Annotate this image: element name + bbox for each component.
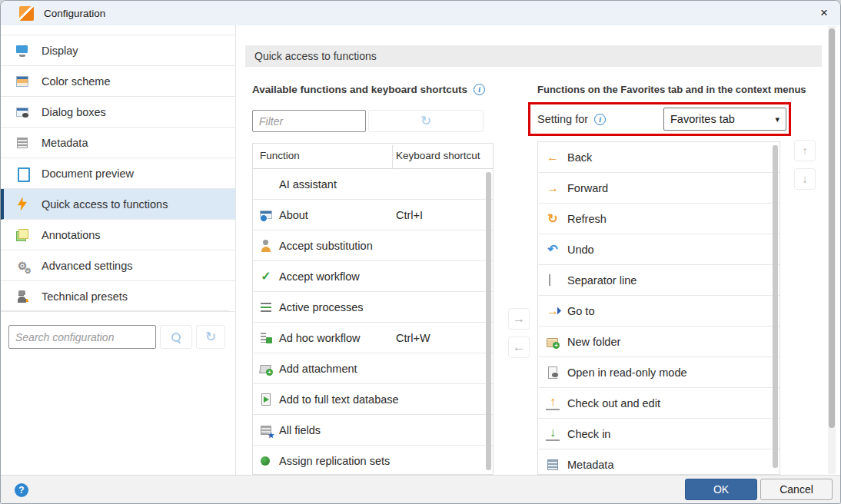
remove-from-favorites-button[interactable]: ← [508, 337, 530, 358]
arrow-up-icon: ↑ [803, 144, 808, 157]
sidebar-item[interactable]: Display [1, 35, 235, 66]
favorite-item[interactable]: Separator line [538, 265, 780, 296]
function-row[interactable]: Ad hoc workflow Ctrl+W [253, 323, 493, 353]
accept-workflow-icon: ✓ [259, 270, 273, 284]
function-row[interactable]: All fields [253, 415, 493, 446]
sidebar-item[interactable]: ⚙ Advanced settings [1, 250, 235, 281]
function-row[interactable]: ✓ Accept workflow [253, 261, 493, 292]
sidebar-item[interactable]: Metadata [1, 128, 235, 158]
color-scheme-icon [15, 75, 29, 88]
sidebar: Display Color scheme Dialog boxes Metada… [1, 25, 236, 475]
move-up-button[interactable]: ↑ [794, 140, 816, 161]
sidebar-item[interactable]: Dialog boxes [1, 97, 235, 128]
add-fulltext-icon [259, 393, 273, 406]
arrow-right-icon: → [513, 312, 525, 326]
info-icon[interactable]: i [594, 114, 606, 125]
search-icon [171, 332, 181, 343]
no-icon [259, 177, 273, 191]
separator-icon [546, 274, 560, 287]
column-header-shortcut[interactable]: Keyboard shortcut [396, 150, 480, 161]
titlebar: Configuration × [1, 1, 840, 25]
function-row[interactable]: About Ctrl+I [253, 200, 493, 230]
favorite-item[interactable]: ↻ Refresh [538, 204, 780, 234]
sidebar-item[interactable]: Document preview [1, 158, 235, 189]
display-icon [15, 44, 29, 58]
all-fields-icon [259, 423, 273, 437]
favorite-item[interactable]: Open in read-only mode [538, 357, 780, 388]
setting-for-dropdown[interactable]: Favorites tab ▾ [663, 108, 786, 131]
favorites-heading: Functions on the Favorites tab and in th… [537, 81, 806, 98]
search-button[interactable] [160, 325, 192, 349]
annotations-icon [15, 228, 29, 242]
advanced-settings-icon: ⚙ [15, 259, 29, 273]
window-scrollbar-thumb[interactable] [829, 28, 835, 428]
ok-button[interactable]: OK [685, 479, 757, 500]
favorite-item[interactable]: → Go to [538, 296, 780, 327]
filter-reset-button[interactable]: ↻ [368, 110, 484, 132]
available-functions-heading: Available functions and keyboard shortcu… [252, 81, 485, 98]
move-down-button[interactable]: ↓ [794, 168, 816, 190]
section-header: Quick access to functions [245, 45, 822, 67]
goto-icon: → [546, 304, 560, 318]
check-in-icon: ↓ [546, 427, 560, 441]
favorite-item[interactable]: ↶ Undo [538, 234, 780, 265]
favorite-item[interactable]: ← Back [538, 142, 780, 173]
chevron-down-icon: ▾ [775, 114, 780, 124]
dropdown-value: Favorites tab [670, 113, 735, 125]
sidebar-item[interactable]: Technical presets [1, 281, 235, 312]
function-row[interactable]: Add to full text database [253, 384, 493, 415]
main-panel: Quick access to functions Available func… [237, 25, 841, 475]
favorite-item[interactable]: ↑ Check out and edit [538, 388, 780, 419]
back-icon: ← [546, 151, 560, 164]
setting-for-label: Setting for [537, 113, 588, 125]
active-processes-icon [259, 300, 273, 314]
forward-icon: → [546, 181, 560, 195]
window-title: Configuration [44, 8, 105, 19]
function-row[interactable]: Assign replication sets [253, 446, 493, 475]
function-row[interactable]: AI assistant [253, 169, 493, 200]
configuration-dialog: Configuration × Display Color scheme Dia… [0, 0, 841, 504]
function-row[interactable]: Add attachment [253, 353, 493, 384]
function-row[interactable]: Active processes [253, 292, 493, 323]
favorites-scrollbar[interactable] [773, 145, 778, 468]
setting-for-row: Setting for i Favorites tab ▾ [530, 104, 789, 134]
add-to-favorites-button[interactable]: → [508, 308, 530, 330]
favorite-item[interactable]: ↓ Check in [538, 419, 780, 449]
sidebar-item[interactable]: Color scheme [1, 66, 235, 97]
dialog-boxes-icon [15, 105, 29, 119]
arrow-left-icon: ← [513, 340, 525, 354]
favorite-item[interactable]: → Forward [538, 173, 780, 204]
sidebar-search: ↻ [1, 310, 229, 349]
favorite-item[interactable]: New folder [538, 327, 780, 357]
filter-input[interactable] [252, 110, 366, 132]
cancel-button[interactable]: Cancel [760, 479, 833, 500]
function-row[interactable]: Accept substitution [253, 230, 493, 261]
help-button[interactable]: ? [15, 483, 28, 497]
sidebar-item[interactable]: Quick access to functions [1, 189, 235, 220]
footer: ? OK Cancel [1, 475, 840, 504]
functions-scrollbar[interactable] [486, 172, 491, 470]
reset-icon: ↻ [420, 114, 431, 128]
read-only-icon [546, 366, 560, 380]
functions-table: Function Keyboard shortcut AI assistant … [252, 143, 494, 475]
functions-rows: AI assistant About Ctrl+I Accept substit… [253, 169, 493, 475]
close-icon: × [820, 5, 828, 21]
refresh-icon: ↻ [546, 212, 560, 226]
close-button[interactable]: × [813, 3, 836, 23]
reset-icon: ↻ [205, 329, 216, 345]
sidebar-reset-button[interactable]: ↻ [196, 325, 225, 349]
quick-access-icon [15, 197, 29, 211]
document-preview-icon [15, 167, 29, 181]
sidebar-nav: Display Color scheme Dialog boxes Metada… [1, 35, 235, 312]
column-header-function[interactable]: Function [260, 150, 300, 161]
info-icon[interactable]: i [474, 84, 485, 95]
check-out-icon: ↑ [546, 396, 560, 410]
window-scrollbar[interactable] [828, 26, 836, 474]
sidebar-item[interactable]: Annotations [1, 220, 235, 250]
favorite-item[interactable]: Metadata [538, 449, 780, 475]
search-configuration-input[interactable] [8, 325, 156, 349]
metadata-icon [15, 136, 29, 150]
section-header-label: Quick access to functions [254, 50, 377, 62]
metadata-item-icon [546, 458, 560, 472]
favorites-list: ← Back → Forward ↻ Refresh ↶ Undo Separa… [537, 141, 780, 475]
